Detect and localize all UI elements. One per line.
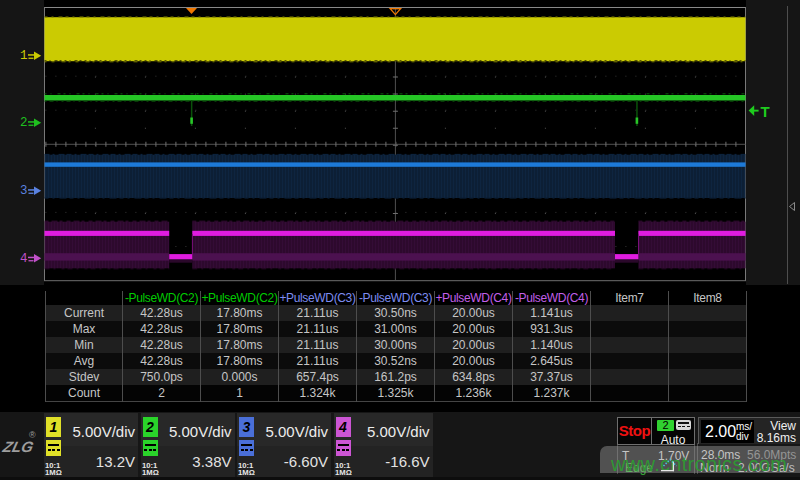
- svg-text:T: T: [761, 103, 770, 120]
- svg-text:3: 3: [20, 184, 28, 198]
- svg-text:4: 4: [20, 252, 28, 266]
- svg-text:2: 2: [20, 116, 28, 130]
- svg-text:1: 1: [20, 49, 28, 63]
